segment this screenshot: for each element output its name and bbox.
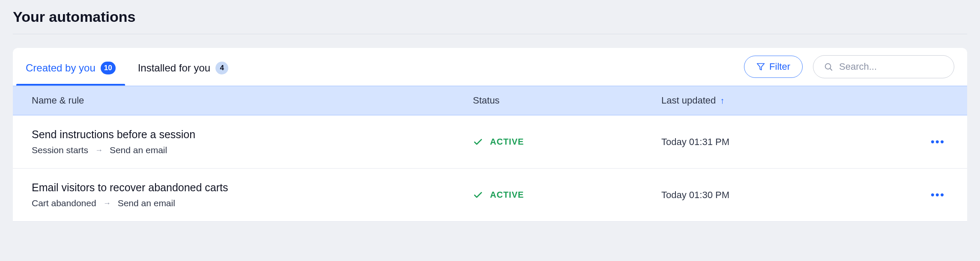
automation-rule: Session starts → Send an email [32,145,473,155]
automations-card: Created by you 10 Installed for you 4 Fi… [13,48,967,222]
actions: Filter [744,55,954,78]
row-updated-cell: Today 01:30 PM ••• [661,187,948,203]
search-field[interactable] [813,55,954,78]
check-icon [473,137,483,147]
table-row[interactable]: Send instructions before a session Sessi… [13,116,967,169]
row-status-cell: ACTIVE [473,137,661,147]
tab-count-badge: 4 [215,62,228,74]
row-updated-cell: Today 01:31 PM ••• [661,133,948,150]
row-name-cell: Email visitors to recover abandoned cart… [32,181,473,208]
tab-label: Created by you [26,62,96,74]
search-input[interactable] [839,61,957,72]
arrow-right-icon: → [95,146,103,155]
tab-count-badge: 10 [101,62,116,74]
arrow-up-icon: ↑ [720,96,724,106]
tab-created-by-you[interactable]: Created by you 10 [26,48,116,86]
more-actions-button[interactable]: ••• [927,133,948,150]
filter-icon [756,62,765,71]
column-last-updated[interactable]: Last updated ↑ [661,95,948,106]
search-icon [824,62,833,71]
column-status[interactable]: Status [473,95,661,106]
rule-action: Send an email [118,198,175,208]
tab-label: Installed for you [138,62,210,74]
automation-title: Email visitors to recover abandoned cart… [32,181,473,194]
table-row[interactable]: Email visitors to recover abandoned cart… [13,169,967,222]
more-actions-button[interactable]: ••• [927,187,948,203]
rule-action: Send an email [110,145,167,155]
arrow-right-icon: → [103,199,111,208]
last-updated-value: Today 01:31 PM [661,136,729,148]
rule-trigger: Cart abandoned [32,198,96,208]
last-updated-value: Today 01:30 PM [661,190,729,201]
divider [13,34,967,34]
status-badge: ACTIVE [490,190,524,200]
tabs-row: Created by you 10 Installed for you 4 Fi… [13,48,967,86]
svg-line-2 [830,68,832,70]
automation-title: Send instructions before a session [32,128,473,141]
svg-marker-0 [757,64,765,70]
filter-label: Filter [769,61,790,72]
tab-installed-for-you[interactable]: Installed for you 4 [138,48,228,86]
rule-trigger: Session starts [32,145,88,155]
tabs: Created by you 10 Installed for you 4 [26,48,228,86]
filter-button[interactable]: Filter [744,56,803,78]
svg-point-1 [825,64,831,69]
table-header: Name & rule Status Last updated ↑ [13,86,967,116]
check-icon [473,190,483,200]
page-title: Your automations [13,9,967,25]
column-label: Last updated [661,95,716,106]
automation-rule: Cart abandoned → Send an email [32,198,473,208]
row-status-cell: ACTIVE [473,190,661,200]
status-badge: ACTIVE [490,137,524,147]
row-name-cell: Send instructions before a session Sessi… [32,128,473,155]
column-name[interactable]: Name & rule [32,95,473,106]
